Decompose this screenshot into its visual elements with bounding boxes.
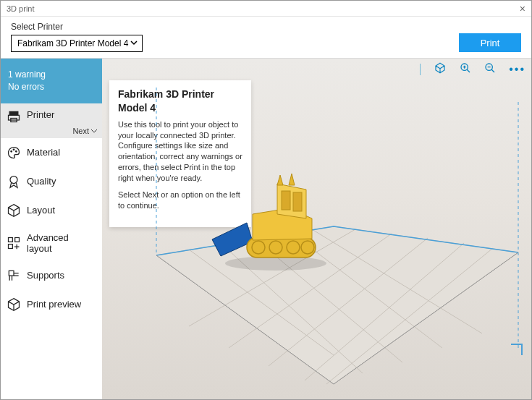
preview-cube-icon: [7, 297, 21, 312]
sidebar-item-label: Printer: [27, 109, 54, 120]
svg-point-3: [11, 150, 12, 152]
svg-point-5: [16, 150, 17, 152]
status-warnings: 1 warning: [8, 69, 95, 81]
main-content: 1 warning No errors Printer Next Materia…: [1, 59, 531, 399]
sidebar-item-label: Print preview: [27, 299, 81, 310]
cube-icon: [7, 203, 21, 218]
palette-icon: [7, 145, 21, 160]
status-panel[interactable]: 1 warning No errors: [1, 59, 102, 103]
printer-selector[interactable]: Fabrikam 3D Printer Model 4: [11, 35, 143, 52]
sidebar-item-material[interactable]: Material: [1, 138, 102, 167]
sidebar: 1 warning No errors Printer Next Materia…: [1, 59, 102, 399]
svg-rect-18: [282, 191, 290, 210]
window-title: 3D print: [7, 4, 35, 13]
sidebar-item-supports[interactable]: Supports: [1, 261, 102, 290]
printer-selector-value: Fabrikam 3D Printer Model 4: [17, 38, 128, 48]
printer-selector-label: Select Printer: [11, 22, 143, 32]
svg-point-12: [225, 256, 326, 271]
svg-point-4: [13, 149, 14, 150]
svg-point-16: [287, 241, 300, 254]
svg-rect-8: [15, 237, 20, 242]
sidebar-item-advanced-layout[interactable]: Advanced layout: [1, 225, 102, 261]
svg-point-14: [252, 241, 265, 254]
status-errors: No errors: [8, 81, 95, 93]
window-titlebar: 3D print ×: [1, 1, 531, 17]
supports-icon: [7, 268, 21, 283]
close-icon[interactable]: ×: [520, 3, 525, 14]
sidebar-item-label: Quality: [27, 176, 56, 187]
sidebar-item-label: Material: [27, 147, 60, 158]
3d-viewport[interactable]: ••• Fabrikam 3D Printer Model 4 Use this…: [102, 59, 531, 399]
svg-rect-1: [9, 115, 20, 120]
chevron-down-icon: [130, 38, 138, 48]
sidebar-item-printer[interactable]: Printer Next: [1, 103, 102, 138]
print-button[interactable]: Print: [459, 33, 521, 52]
svg-rect-7: [9, 237, 13, 242]
svg-rect-9: [9, 244, 13, 248]
top-toolbar: Select Printer Fabrikam 3D Printer Model…: [1, 17, 531, 59]
printer-icon: [7, 109, 21, 124]
svg-rect-19: [293, 192, 302, 211]
model-bulldozer[interactable]: [211, 171, 334, 272]
next-button[interactable]: Next: [72, 127, 98, 135]
sidebar-item-label: Advanced layout: [27, 232, 96, 254]
svg-point-15: [269, 241, 282, 254]
ribbon-icon: [7, 174, 21, 189]
sidebar-item-print-preview[interactable]: Print preview: [1, 290, 102, 319]
svg-point-6: [10, 176, 17, 183]
svg-rect-0: [9, 111, 18, 115]
sidebar-item-label: Layout: [27, 205, 55, 216]
svg-point-17: [301, 241, 314, 254]
sidebar-item-label: Supports: [27, 270, 64, 281]
grid-plus-icon: [7, 236, 21, 250]
printer-selector-group: Select Printer Fabrikam 3D Printer Model…: [11, 22, 143, 52]
sidebar-item-layout[interactable]: Layout: [1, 196, 102, 225]
sidebar-item-quality[interactable]: Quality: [1, 167, 102, 196]
